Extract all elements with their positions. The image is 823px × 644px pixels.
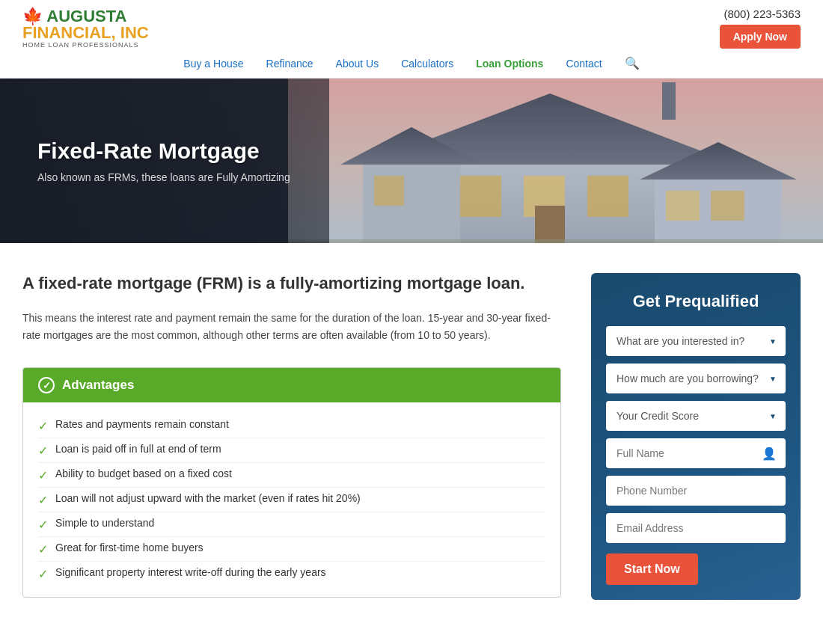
svg-rect-7 (460, 176, 501, 217)
name-wrapper: 👤 (606, 438, 786, 468)
phone-number: (800) 223-5363 (723, 7, 801, 20)
advantages-check-icon: ✓ (38, 377, 55, 393)
phone-input[interactable] (606, 476, 786, 506)
check-icon: ✓ (38, 567, 48, 581)
interest-wrapper: What are you interested in? Purchase Ref… (606, 326, 786, 356)
advantages-title: Advantages (62, 378, 134, 393)
email-input[interactable] (606, 513, 786, 543)
nav-refinance[interactable]: Refinance (266, 58, 313, 70)
search-icon[interactable]: 🔍 (625, 56, 640, 70)
form-title: Get Prequalified (606, 292, 786, 311)
svg-rect-13 (666, 191, 700, 221)
advantages-header: ✓ Advantages (23, 368, 560, 402)
credit-wrapper: Your Credit Score 760+ 720-759 680-719 6… (606, 401, 786, 431)
right-column: Get Prequalified What are you interested… (591, 273, 801, 600)
hero-image (288, 79, 823, 243)
nav-calculators[interactable]: Calculators (401, 58, 453, 70)
list-item: ✓Simple to understand (38, 512, 545, 537)
list-item: ✓Rates and payments remain constant (38, 414, 545, 438)
start-now-button[interactable]: Start Now (606, 553, 698, 585)
logo-tagline: HOME LOAN PROFESSIONALS (22, 41, 149, 49)
check-icon: ✓ (38, 468, 48, 482)
svg-rect-14 (711, 191, 744, 221)
full-name-input[interactable] (606, 438, 786, 468)
main-paragraph: This means the interest rate and payment… (22, 310, 561, 346)
phone-wrapper (606, 476, 786, 506)
svg-rect-10 (535, 206, 565, 243)
nav-contact[interactable]: Contact (566, 58, 602, 70)
hero-content: Fixed-Rate Mortgage Also known as FRMs, … (0, 138, 328, 183)
main-content: A fixed-rate mortgage (FRM) is a fully-a… (0, 243, 823, 630)
logo: 🍁 AUGUSTA FINANCIAL, INC HOME LOAN PROFE… (22, 8, 149, 49)
prequalified-form: Get Prequalified What are you interested… (591, 273, 801, 600)
borrow-wrapper: How much are you borrowing? Under $100k … (606, 364, 786, 393)
list-item: ✓Great for first-time home buyers (38, 537, 545, 562)
svg-rect-15 (288, 239, 823, 243)
list-item: ✓Loan will not adjust upward with the ma… (38, 488, 545, 512)
check-icon: ✓ (38, 444, 48, 458)
check-icon: ✓ (38, 419, 48, 433)
svg-rect-9 (587, 176, 628, 217)
advantages-box: ✓ Advantages ✓Rates and payments remain … (22, 367, 561, 598)
hero-banner: Fixed-Rate Mortgage Also known as FRMs, … (0, 79, 823, 243)
svg-rect-11 (662, 82, 676, 120)
advantages-list: ✓Rates and payments remain constant ✓Loa… (23, 402, 560, 597)
nav-buy-house[interactable]: Buy a House (183, 58, 243, 70)
navigation: Buy a House Refinance About Us Calculato… (0, 49, 823, 79)
header-right: (800) 223-5363 Apply Now (720, 7, 801, 49)
left-column: A fixed-rate mortgage (FRM) is a fully-a… (22, 273, 591, 598)
svg-rect-12 (374, 176, 404, 206)
person-icon: 👤 (762, 447, 777, 461)
hero-subtitle: Also known as FRMs, these loans are Full… (37, 171, 290, 183)
borrow-select[interactable]: How much are you borrowing? Under $100k … (606, 364, 786, 393)
list-item: ✓Loan is paid off in full at end of term (38, 438, 545, 463)
main-heading: A fixed-rate mortgage (FRM) is a fully-a… (22, 273, 561, 295)
list-item: ✓Ability to budget based on a fixed cost (38, 463, 545, 488)
nav-about-us[interactable]: About Us (336, 58, 379, 70)
nav-loan-options[interactable]: Loan Options (476, 58, 543, 70)
credit-select[interactable]: Your Credit Score 760+ 720-759 680-719 6… (606, 401, 786, 431)
header: 🍁 AUGUSTA FINANCIAL, INC HOME LOAN PROFE… (0, 0, 823, 49)
interest-select[interactable]: What are you interested in? Purchase Ref… (606, 326, 786, 356)
check-icon: ✓ (38, 542, 48, 556)
apply-now-button[interactable]: Apply Now (720, 25, 801, 49)
check-icon: ✓ (38, 518, 48, 532)
email-wrapper (606, 513, 786, 543)
list-item: ✓Significant property interest write-off… (38, 562, 545, 586)
check-icon: ✓ (38, 493, 48, 507)
hero-title: Fixed-Rate Mortgage (37, 138, 290, 164)
logo-fin: FINANCIAL, INC (22, 23, 149, 42)
